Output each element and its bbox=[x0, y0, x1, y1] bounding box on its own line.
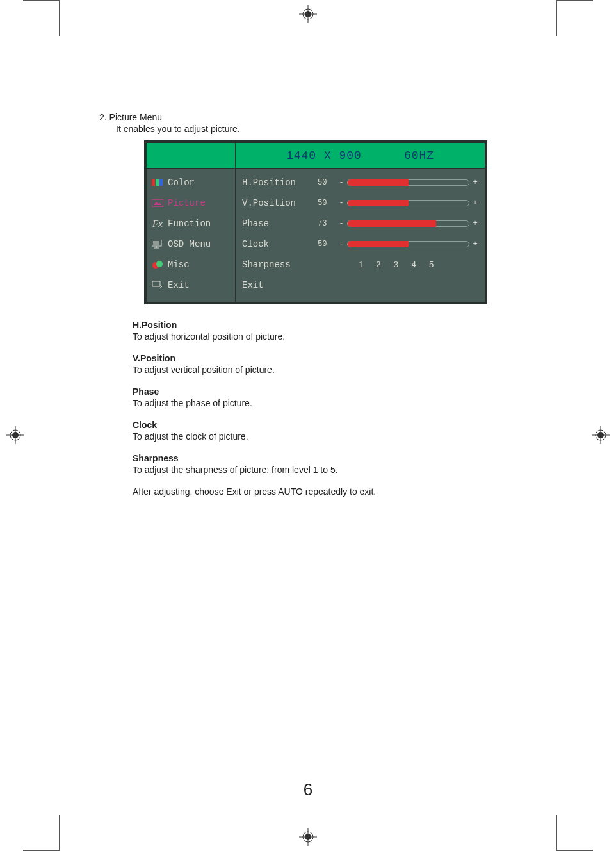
def-title: H.Position bbox=[133, 320, 547, 330]
row-label: Exit bbox=[242, 280, 318, 290]
row-value: 73 bbox=[318, 219, 338, 228]
plus-icon: + bbox=[472, 219, 478, 228]
row-sharpness[interactable]: Sharpness 1 2 3 4 5 bbox=[242, 254, 478, 275]
minus-icon: - bbox=[338, 219, 344, 228]
def-footer-text: After adjusting, choose Exit or press AU… bbox=[133, 486, 547, 497]
sidebar-item-label: Misc bbox=[168, 260, 190, 270]
crop-mark bbox=[59, 0, 60, 36]
plus-icon: + bbox=[472, 178, 478, 187]
def-clock: Clock To adjust the clock of picture. bbox=[133, 420, 547, 442]
refresh-text: 60HZ bbox=[404, 149, 434, 162]
sidebar-item-label: OSD Menu bbox=[168, 239, 211, 249]
minus-icon: - bbox=[338, 178, 344, 187]
row-hposition[interactable]: H.Position 50 - + bbox=[242, 172, 478, 193]
sidebar-item-picture[interactable]: Picture bbox=[147, 193, 235, 213]
misc-icon bbox=[152, 260, 163, 269]
svg-rect-16 bbox=[152, 179, 155, 186]
osd-header-blank bbox=[147, 143, 236, 169]
def-desc: To adjust the phase of picture. bbox=[133, 398, 547, 408]
def-hposition: H.Position To adjust horizontal position… bbox=[133, 320, 547, 342]
row-exit[interactable]: Exit bbox=[242, 275, 478, 295]
page: 2. Picture Menu It enables you to adjust… bbox=[0, 0, 616, 851]
slider-fill bbox=[348, 220, 436, 227]
sidebar-item-color[interactable]: Color bbox=[147, 172, 235, 193]
row-label: Phase bbox=[242, 219, 318, 229]
def-title: Phase bbox=[133, 386, 547, 397]
definitions: H.Position To adjust horizontal position… bbox=[133, 320, 547, 497]
resolution-text: 1440 X 900 bbox=[286, 149, 362, 162]
row-label: V.Position bbox=[242, 198, 318, 208]
row-label: Sharpness bbox=[242, 260, 318, 270]
slider-track[interactable] bbox=[347, 200, 469, 206]
row-label: H.Position bbox=[242, 178, 318, 188]
picture-icon bbox=[152, 199, 163, 208]
svg-rect-18 bbox=[159, 179, 163, 186]
sidebar-item-label: Exit bbox=[168, 280, 190, 290]
osd-sidebar: Color Picture Fx Function bbox=[147, 169, 236, 302]
sidebar-item-label: Picture bbox=[168, 198, 206, 208]
slider-track[interactable] bbox=[347, 241, 469, 247]
row-phase[interactable]: Phase 73 - + bbox=[242, 213, 478, 234]
crop-mark bbox=[556, 0, 557, 36]
def-title: V.Position bbox=[133, 353, 547, 363]
svg-point-28 bbox=[156, 261, 163, 267]
row-label: Clock bbox=[242, 239, 318, 249]
crop-mark bbox=[59, 815, 60, 851]
slider-track[interactable] bbox=[347, 179, 469, 186]
exit-icon bbox=[152, 281, 163, 290]
def-desc: To adjust the clock of picture. bbox=[133, 431, 547, 442]
osd-menu-icon bbox=[152, 240, 163, 249]
def-desc: To adjust vertical position of picture. bbox=[133, 365, 547, 375]
function-icon: Fx bbox=[152, 219, 163, 228]
osd-screenshot: 1440 X 900 60HZ Color bbox=[144, 140, 487, 304]
sidebar-item-function[interactable]: Fx Function bbox=[147, 213, 235, 234]
row-value: 50 bbox=[318, 240, 338, 249]
def-footer: After adjusting, choose Exit or press AU… bbox=[133, 486, 547, 497]
slider-fill bbox=[348, 200, 409, 206]
svg-marker-20 bbox=[154, 202, 161, 205]
crop-mark bbox=[556, 815, 557, 851]
registration-mark-icon bbox=[299, 5, 317, 23]
svg-rect-17 bbox=[156, 179, 159, 186]
content-area: 2. Picture Menu It enables you to adjust… bbox=[99, 112, 547, 508]
slider-fill bbox=[348, 241, 409, 247]
slider-track[interactable] bbox=[347, 220, 469, 227]
sidebar-item-label: Function bbox=[168, 219, 211, 229]
sidebar-item-osd-menu[interactable]: OSD Menu bbox=[147, 234, 235, 254]
sharpness-options: 1 2 3 4 5 bbox=[318, 260, 478, 270]
osd-main: H.Position 50 - + V.Position 50 - + bbox=[236, 169, 485, 302]
row-clock[interactable]: Clock 50 - + bbox=[242, 234, 478, 254]
def-title: Clock bbox=[133, 420, 547, 430]
crop-mark bbox=[557, 0, 593, 1]
registration-mark-icon bbox=[299, 828, 317, 846]
osd-body: Color Picture Fx Function bbox=[147, 169, 485, 302]
page-number: 6 bbox=[0, 780, 616, 800]
def-phase: Phase To adjust the phase of picture. bbox=[133, 386, 547, 408]
osd-header-title: 1440 X 900 60HZ bbox=[236, 143, 485, 169]
def-vposition: V.Position To adjust vertical position o… bbox=[133, 353, 547, 375]
section-description: It enables you to adjust picture. bbox=[116, 124, 547, 134]
registration-mark-icon bbox=[592, 426, 610, 444]
row-value: 50 bbox=[318, 199, 338, 208]
sidebar-item-label: Color bbox=[168, 178, 195, 188]
crop-mark bbox=[23, 0, 59, 1]
def-desc: To adjust the sharpness of picture: from… bbox=[133, 465, 547, 475]
osd-header: 1440 X 900 60HZ bbox=[147, 143, 485, 169]
def-title: Sharpness bbox=[133, 453, 547, 463]
row-vposition[interactable]: V.Position 50 - + bbox=[242, 193, 478, 213]
def-sharpness: Sharpness To adjust the sharpness of pic… bbox=[133, 453, 547, 475]
plus-icon: + bbox=[472, 240, 478, 249]
registration-mark-icon bbox=[6, 426, 24, 444]
minus-icon: - bbox=[338, 240, 344, 249]
color-icon bbox=[152, 178, 163, 187]
slider-fill bbox=[348, 179, 409, 186]
row-value: 50 bbox=[318, 178, 338, 187]
section-title: 2. Picture Menu bbox=[99, 112, 547, 122]
sidebar-item-exit[interactable]: Exit bbox=[147, 275, 235, 295]
def-desc: To adjust horizontal position of picture… bbox=[133, 331, 547, 342]
sidebar-item-misc[interactable]: Misc bbox=[147, 254, 235, 275]
minus-icon: - bbox=[338, 199, 344, 208]
plus-icon: + bbox=[472, 199, 478, 208]
